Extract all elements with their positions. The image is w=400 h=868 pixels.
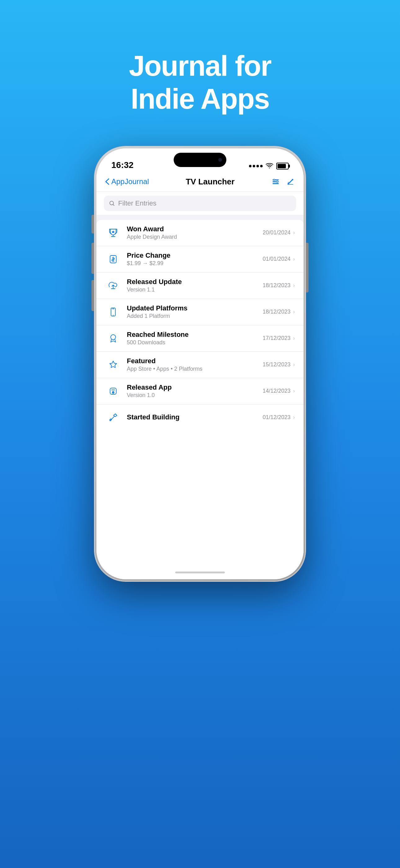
item-subtitle: $1.99 → $2.99 xyxy=(127,260,257,267)
journal-list: Won Award Apple Design Award 20/01/2024 … xyxy=(96,220,304,566)
list-item[interactable]: Won Award Apple Design Award 20/01/2024 … xyxy=(96,220,304,246)
chevron-icon: › xyxy=(293,309,295,315)
item-right: 17/12/2023 › xyxy=(263,335,295,341)
svg-rect-8 xyxy=(111,308,115,316)
status-time: 16:32 xyxy=(111,160,134,170)
headline-line1: Journal for xyxy=(129,50,271,82)
phone-mockup: 16:32 xyxy=(95,147,305,581)
item-title: Updated Platforms xyxy=(127,304,257,312)
item-date: 01/12/2023 xyxy=(263,414,291,421)
item-right: 14/12/2023 › xyxy=(263,388,295,394)
svg-point-5 xyxy=(276,181,278,183)
item-subtitle: Version 1.0 xyxy=(127,392,257,399)
item-date: 15/12/2023 xyxy=(263,361,291,368)
item-content: Reached Milestone 500 Downloads xyxy=(127,331,257,346)
battery-fill xyxy=(277,164,286,168)
item-title: Price Change xyxy=(127,251,257,259)
dynamic-island xyxy=(174,153,226,167)
item-content: Won Award Apple Design Award xyxy=(127,225,257,240)
item-date: 01/01/2024 xyxy=(263,256,291,262)
item-subtitle: 500 Downloads xyxy=(127,339,257,346)
list-item[interactable]: Updated Platforms Added 1 Platform 18/12… xyxy=(96,299,304,326)
chevron-icon: › xyxy=(293,388,295,394)
search-placeholder: Filter Entries xyxy=(118,199,156,207)
home-bar xyxy=(175,571,225,574)
hammer-icon xyxy=(105,409,121,426)
status-bar: 16:32 xyxy=(96,148,304,173)
side-button-silent xyxy=(92,215,94,234)
item-content: Updated Platforms Added 1 Platform xyxy=(127,304,257,319)
side-button-power xyxy=(306,243,308,292)
side-button-vol-up xyxy=(92,243,94,274)
chevron-icon: › xyxy=(293,335,295,341)
search-icon xyxy=(109,200,115,207)
list-item[interactable]: Released App Version 1.0 14/12/2023 › xyxy=(96,378,304,404)
item-title: Reached Milestone xyxy=(127,331,257,339)
item-right: 01/12/2023 › xyxy=(263,414,295,421)
chevron-icon: › xyxy=(293,256,295,262)
headline-line2: Indie Apps xyxy=(131,83,269,115)
item-subtitle: Apple Design Award xyxy=(127,234,257,240)
item-subtitle: Version 1.1 xyxy=(127,286,257,293)
search-input-wrap[interactable]: Filter Entries xyxy=(104,195,296,211)
app-release-icon xyxy=(105,383,121,399)
list-item[interactable]: Released Update Version 1.1 18/12/2023 › xyxy=(96,273,304,299)
headline: Journal for Indie Apps xyxy=(129,50,271,116)
svg-point-4 xyxy=(273,179,275,181)
phone-icon xyxy=(105,304,121,320)
list-item[interactable]: Started Building 01/12/2023 › xyxy=(96,404,304,431)
item-date: 17/12/2023 xyxy=(263,335,291,341)
item-content: Price Change $1.99 → $2.99 xyxy=(127,251,257,267)
chevron-icon: › xyxy=(293,414,295,421)
item-right: 01/01/2024 › xyxy=(263,256,295,262)
item-right: 18/12/2023 › xyxy=(263,282,295,289)
chevron-icon: › xyxy=(293,361,295,368)
item-content: Released Update Version 1.1 xyxy=(127,278,257,293)
compose-icon-button[interactable] xyxy=(286,177,295,186)
ribbon-icon xyxy=(105,330,121,346)
item-title: Released App xyxy=(127,383,257,392)
signal-dots xyxy=(249,165,263,167)
nav-actions xyxy=(271,177,295,186)
phone-outer-frame: 16:32 xyxy=(95,147,305,581)
star-icon xyxy=(105,357,121,373)
home-indicator xyxy=(96,566,304,579)
item-date: 14/12/2023 xyxy=(263,388,291,394)
svg-rect-3 xyxy=(272,183,279,184)
list-item[interactable]: Price Change $1.99 → $2.99 01/01/2024 › xyxy=(96,246,304,273)
cloud-upload-icon xyxy=(105,278,121,294)
nav-bar: AppJournal TV Launcher xyxy=(96,173,304,192)
item-right: 20/01/2024 › xyxy=(263,229,295,236)
item-title: Started Building xyxy=(127,413,257,421)
phone-inner: 16:32 xyxy=(96,148,304,579)
filter-icon-button[interactable] xyxy=(271,177,280,186)
svg-point-12 xyxy=(113,392,113,393)
nav-back-label: AppJournal xyxy=(111,177,149,186)
dollar-icon xyxy=(105,251,121,267)
item-title: Featured xyxy=(127,357,257,365)
item-content: Released App Version 1.0 xyxy=(127,383,257,399)
status-icons xyxy=(249,162,289,170)
item-title: Won Award xyxy=(127,225,257,233)
camera-dot xyxy=(218,158,222,162)
item-content: Featured App Store • Apps • 2 Platforms xyxy=(127,357,257,372)
trophy-icon xyxy=(105,225,121,241)
battery-icon xyxy=(276,163,289,169)
wifi-icon xyxy=(266,162,273,170)
nav-back-button[interactable]: AppJournal xyxy=(105,177,149,186)
item-content: Started Building xyxy=(127,413,257,422)
screen: 16:32 xyxy=(96,148,304,579)
item-date: 20/01/2024 xyxy=(263,229,291,236)
item-subtitle: App Store • Apps • 2 Platforms xyxy=(127,366,257,372)
list-item[interactable]: Featured App Store • Apps • 2 Platforms … xyxy=(96,352,304,378)
item-subtitle: Added 1 Platform xyxy=(127,313,257,319)
chevron-icon: › xyxy=(293,229,295,236)
item-title: Released Update xyxy=(127,278,257,286)
search-bar: Filter Entries xyxy=(96,192,304,215)
side-button-vol-down xyxy=(92,280,94,311)
item-right: 18/12/2023 › xyxy=(263,309,295,315)
list-item[interactable]: Reached Milestone 500 Downloads 17/12/20… xyxy=(96,326,304,352)
item-date: 18/12/2023 xyxy=(263,282,291,289)
chevron-icon: › xyxy=(293,282,295,289)
nav-title: TV Launcher xyxy=(186,177,234,187)
